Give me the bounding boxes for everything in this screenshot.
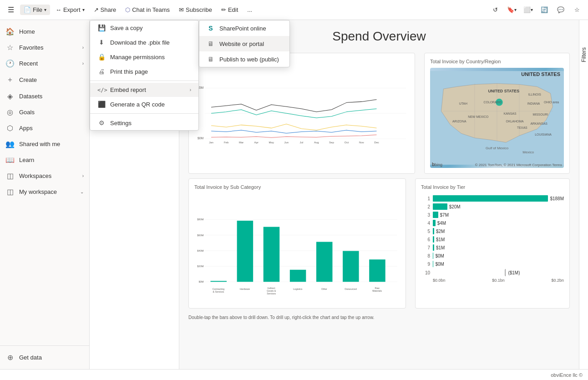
- sidebar-item-create[interactable]: ＋ Create: [0, 71, 89, 88]
- svg-text:$0M: $0M: [198, 280, 203, 283]
- sidebar-item-label: My workspace: [19, 188, 57, 195]
- sidebar-item-recent[interactable]: 🕐 Recent ›: [0, 56, 89, 71]
- publish-icon: 🖥: [207, 56, 215, 63]
- sidebar-item-label: Shared with me: [19, 141, 60, 147]
- favorites-icon: ☆: [5, 43, 15, 52]
- svg-text:Gulf of Mexico: Gulf of Mexico: [486, 146, 509, 150]
- svg-text:Other: Other: [321, 288, 327, 290]
- sidebar-item-apps[interactable]: ⬡ Apps: [0, 120, 89, 136]
- svg-text:Contracting: Contracting: [213, 288, 225, 290]
- star-button[interactable]: ☆: [570, 3, 584, 17]
- tier-bar-1: [433, 195, 548, 202]
- subscribe-icon: ✉: [179, 6, 184, 13]
- refresh-icon: 🔄: [541, 6, 548, 13]
- tier-x-axis: $0.0bn $0.1bn $0.2bn: [421, 278, 564, 283]
- view-button[interactable]: ⬜ ▾: [521, 3, 535, 17]
- map-chart-box: Total Invoice by Country/Region UNITED S…: [424, 53, 570, 174]
- more-button[interactable]: ...: [243, 5, 256, 15]
- manage-permissions-icon: 🔒: [97, 53, 106, 61]
- tier-bar-7: [433, 244, 434, 251]
- filters-panel: Filters: [579, 20, 588, 369]
- svg-text:$40M: $40M: [197, 249, 204, 252]
- map-copyright-label: © 2021 TomTom, © 2021 Microsoft Corporat…: [475, 163, 562, 167]
- file-menu-generate-qr[interactable]: ⬛ Generate a QR code: [90, 97, 198, 111]
- svg-text:Feb: Feb: [224, 141, 229, 144]
- generate-qr-label: Generate a QR code: [110, 101, 165, 108]
- svg-text:& Services: & Services: [213, 290, 224, 293]
- sidebar-item-get-data[interactable]: ⊕ Get data: [0, 350, 89, 365]
- svg-text:Indirect: Indirect: [268, 287, 275, 289]
- tier-bar-9: [433, 261, 433, 267]
- svg-text:$60M: $60M: [197, 234, 204, 237]
- export-label: Export: [63, 6, 81, 13]
- comment-button[interactable]: 💬: [553, 3, 568, 17]
- undo-button[interactable]: ↺: [488, 3, 502, 17]
- refresh-button[interactable]: 🔄: [537, 3, 552, 17]
- tier-row-9: 9 $0M: [421, 261, 564, 267]
- sidebar-item-learn[interactable]: 📖 Learn: [0, 152, 89, 168]
- svg-rect-52: [290, 270, 306, 282]
- svg-text:LOUISIANA: LOUISIANA: [535, 133, 552, 136]
- svg-text:COLORADO: COLORADO: [484, 101, 502, 104]
- goals-icon: ◎: [5, 108, 15, 117]
- sidebar-item-shared[interactable]: 👥 Shared with me: [0, 136, 89, 152]
- embed-publish-to-web[interactable]: 🖥 Publish to web (public): [199, 51, 289, 67]
- embed-arrow-icon: ›: [190, 87, 191, 92]
- svg-text:Hardware: Hardware: [240, 288, 250, 290]
- sidebar-item-favorites[interactable]: ☆ Favorites ›: [0, 40, 89, 56]
- sidebar-item-datasets[interactable]: ◈ Datasets: [0, 88, 89, 104]
- filters-label[interactable]: Filters: [581, 47, 587, 62]
- sidebar-item-my-workspace[interactable]: ◫ My workspace ⌄: [0, 184, 89, 200]
- file-menu-download-pbix[interactable]: ⬇ Download the .pbix file: [90, 35, 198, 50]
- share-label: Share: [101, 6, 117, 13]
- svg-text:UNITED STATES: UNITED STATES: [488, 89, 519, 93]
- bookmark-icon: 🔖: [507, 6, 514, 13]
- sidebar-item-label: Get data: [19, 354, 42, 361]
- tier-row-8: 8 $0M: [421, 253, 564, 259]
- bar-chart-box: Total Invoice by Sub Category $80M $60M …: [188, 178, 406, 309]
- export-button[interactable]: ↔ Export ▾: [52, 5, 88, 15]
- hamburger-icon[interactable]: ☰: [4, 3, 18, 17]
- sidebar-item-label: Learn: [19, 157, 34, 163]
- svg-text:Services: Services: [267, 292, 276, 295]
- tier-row-3: 3 $7M: [421, 212, 564, 218]
- file-menu-save-copy[interactable]: 💾 Save a copy: [90, 20, 198, 35]
- file-menu-settings[interactable]: ⚙ Settings: [90, 116, 198, 130]
- settings-icon: ⚙: [97, 119, 106, 127]
- sidebar-item-home[interactable]: 🏠 Home: [0, 24, 89, 40]
- recent-icon: 🕐: [5, 59, 15, 68]
- sidebar-item-label: Apps: [19, 125, 33, 132]
- sidebar-item-workspaces[interactable]: ◫ Workspaces ›: [0, 168, 89, 184]
- qr-code-icon: ⬛: [97, 101, 106, 108]
- file-menu-button[interactable]: 📄 File ▾: [20, 5, 50, 15]
- teams-icon: ⬡: [125, 6, 130, 13]
- file-menu-embed-report[interactable]: </> Embed report ›: [90, 83, 198, 97]
- share-button[interactable]: ↗ Share: [90, 5, 120, 15]
- tier-bar-3: [433, 212, 438, 218]
- subscribe-button[interactable]: ✉ Subscribe: [175, 5, 216, 15]
- sharepoint-icon: S: [207, 25, 215, 32]
- svg-text:$20M: $20M: [197, 265, 204, 268]
- share-icon: ↗: [94, 6, 99, 13]
- sidebar-item-goals[interactable]: ◎ Goals: [0, 104, 89, 120]
- tier-row-1: 1 $188M: [421, 195, 564, 202]
- save-copy-icon: 💾: [97, 24, 106, 31]
- chat-teams-button[interactable]: ⬡ Chat in Teams: [122, 5, 173, 15]
- sidebar-bottom: ⊕ Get data: [0, 345, 89, 365]
- embed-website-or-portal[interactable]: 🖥 Website or portal: [199, 36, 289, 51]
- tier-row-10: 10 ($1M): [421, 269, 564, 276]
- edit-button[interactable]: ✏ Edit: [218, 5, 242, 15]
- svg-text:TEXAS: TEXAS: [517, 127, 527, 130]
- export-icon: ↔: [56, 6, 61, 13]
- file-menu-manage-permissions[interactable]: 🔒 Manage permissions: [90, 50, 198, 64]
- line-chart-area: $5M $0M Jan Feb Mar Apr May: [194, 68, 409, 159]
- view-chevron-icon: ▾: [531, 7, 533, 12]
- website-label: Website or portal: [219, 41, 264, 47]
- tier-axis-line: [505, 269, 506, 276]
- learn-icon: 📖: [5, 156, 15, 164]
- embed-sharepoint-online[interactable]: S SharePoint online: [199, 20, 289, 36]
- file-menu-print[interactable]: 🖨 Print this page: [90, 64, 198, 79]
- bookmark-button[interactable]: 🔖 ▾: [504, 3, 519, 17]
- download-pbix-icon: ⬇: [97, 39, 106, 46]
- tier-bar-2: [433, 203, 447, 210]
